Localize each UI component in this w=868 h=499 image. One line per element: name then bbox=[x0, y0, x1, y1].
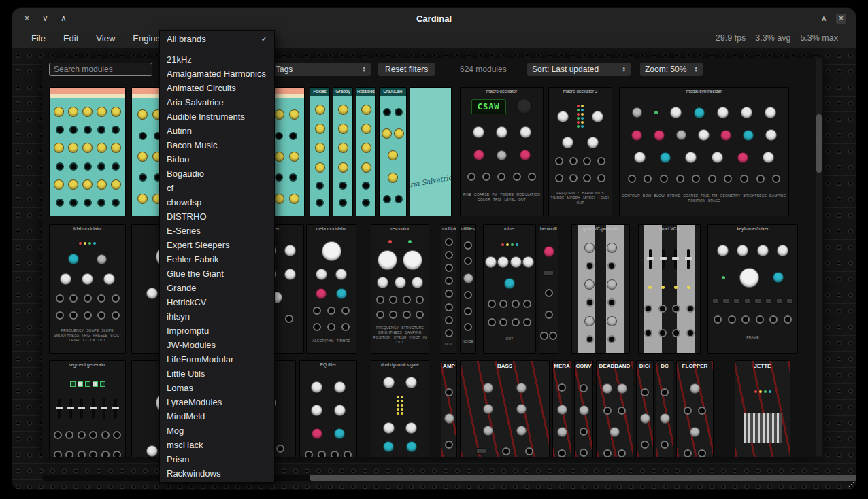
module-eq-filter[interactable]: EQ filterFREQGAIN bbox=[299, 360, 357, 457]
jack bbox=[603, 449, 612, 457]
menu-item-grande[interactable]: Grande bbox=[160, 281, 274, 295]
menu-item-label: Glue the Giant bbox=[167, 266, 224, 281]
browser-vscrollbar[interactable] bbox=[816, 58, 822, 457]
knob bbox=[338, 162, 348, 173]
knob bbox=[557, 405, 567, 415]
module-keyframer-mixer[interactable]: keyframer/mixerFRAME bbox=[707, 224, 798, 354]
menu-item-fehler-fabrik[interactable]: Fehler Fabrik bbox=[160, 252, 274, 266]
menu-item-glue-the-giant[interactable]: Glue the Giant bbox=[160, 266, 274, 281]
module-quad-vc-polarizer[interactable]: quad VC-polarizer bbox=[571, 224, 630, 354]
menu-item-expert-sleepers[interactable]: Expert Sleepers bbox=[160, 238, 274, 252]
module-dc[interactable]: DCCV bbox=[656, 360, 673, 457]
module-conv[interactable]: CONVCV bbox=[574, 360, 593, 457]
menu-item-mindmeld[interactable]: MindMeld bbox=[160, 409, 274, 424]
module-meta-modulator[interactable]: meta modulatorALGORITHMTIMBRE bbox=[306, 224, 356, 354]
menu-item-bogaudio[interactable]: Bogaudio bbox=[160, 167, 274, 181]
control-row bbox=[549, 105, 612, 128]
rollup-icon[interactable]: ∧ bbox=[819, 14, 829, 24]
menu-item-lifeformmodular[interactable]: LifeFormModular bbox=[160, 352, 274, 366]
menu-item-mog[interactable]: Mog bbox=[160, 424, 274, 438]
menu-item-all-brands[interactable]: All brands✓ bbox=[160, 32, 274, 46]
menu-item-prism[interactable]: Prism bbox=[160, 452, 274, 466]
module-undular[interactable]: UnDuLaR bbox=[379, 87, 407, 216]
module-controls: WIDTHGAP bbox=[597, 371, 633, 457]
control-row bbox=[639, 329, 700, 337]
module-bass[interactable]: BASSCUTOFFRESONANCEDECAYENVMODACCENTGATE… bbox=[460, 360, 550, 457]
menu-item-amalgamated-harmonics[interactable]: Amalgamated Harmonics bbox=[160, 67, 274, 81]
menu-item-autinn[interactable]: Autinn bbox=[160, 124, 274, 138]
module-rotatoes[interactable]: Rotatoes bbox=[356, 87, 376, 216]
menu-item-lomas[interactable]: Lomas bbox=[160, 381, 274, 395]
menu-item-jw-modules[interactable]: JW-Modules bbox=[160, 338, 274, 352]
module-panel[interactable]: Aria Salvatrice bbox=[410, 87, 452, 216]
module-deadband[interactable]: DEADBANDWIDTHGAP bbox=[596, 360, 633, 457]
jack bbox=[686, 329, 695, 337]
menu-item-impromptu[interactable]: Impromptu bbox=[160, 324, 274, 338]
module-segment-generator[interactable]: segment generatorTIME/LEVELGATE bbox=[49, 360, 126, 457]
menubar-item-view[interactable]: View bbox=[96, 33, 115, 44]
module-tidal-modulator[interactable]: tidal modulatorFREQUENCYSHAPESLOPESMOOTH… bbox=[49, 224, 126, 354]
close-icon[interactable]: × bbox=[22, 14, 32, 24]
module-macro-oscillator-2[interactable]: macro oscillator 2FREQUENCYHARMONICSTIMB… bbox=[548, 87, 612, 216]
control-row bbox=[553, 449, 571, 457]
module-multiples[interactable]: multiplesOUT bbox=[441, 224, 456, 354]
knob bbox=[338, 143, 348, 153]
menu-item-cf[interactable]: cf bbox=[160, 181, 274, 195]
menubar-item-engine[interactable]: Engine bbox=[133, 33, 160, 44]
module-pokies[interactable]: Pokies bbox=[310, 87, 330, 216]
menu-item-mschack[interactable]: mscHack bbox=[160, 438, 274, 452]
menu-item-label: chowdsp bbox=[167, 195, 201, 209]
sort-select[interactable]: Sort: Last updated ▲▼ bbox=[527, 63, 631, 76]
menubar-item-edit[interactable]: Edit bbox=[63, 33, 78, 44]
menu-item-aria-salvatrice[interactable]: Aria Salvatrice bbox=[160, 95, 274, 109]
menu-item-bidoo[interactable]: Bidoo bbox=[160, 152, 274, 167]
module-digi[interactable]: DIGICV bbox=[636, 360, 654, 457]
module-flopper[interactable]: FLOPPERCV bbox=[676, 360, 714, 457]
menu-item-ihtsyn[interactable]: ihtsyn bbox=[160, 309, 274, 324]
zoom-select[interactable]: Zoom: 50% ▲▼ bbox=[640, 63, 703, 76]
module-amp[interactable]: AMPCVIN bbox=[441, 360, 457, 457]
menu-item-animated-circuits[interactable]: Animated Circuits bbox=[160, 81, 274, 95]
module-resonator[interactable]: resonatorFREQUENCYSTRUCTUREBRIGHTNESSDAM… bbox=[371, 224, 429, 354]
hscrollbar-thumb[interactable] bbox=[310, 475, 856, 481]
menu-item-distrho[interactable]: DISTRHO bbox=[160, 209, 274, 224]
vscrollbar-thumb[interactable] bbox=[816, 114, 822, 173]
shade-icon[interactable]: ∨ bbox=[40, 14, 50, 24]
knob bbox=[412, 277, 423, 288]
jack bbox=[383, 108, 391, 116]
search-input[interactable] bbox=[49, 63, 152, 76]
control-row bbox=[461, 447, 549, 455]
menu-item-hetrickcv[interactable]: HetrickCV bbox=[160, 295, 274, 309]
menubar: FileEditViewEngineHelp 29.9 fps3.3% avg5… bbox=[12, 29, 856, 48]
menu-item-chowdsp[interactable]: chowdsp bbox=[160, 195, 274, 209]
jack bbox=[403, 296, 411, 304]
control-row bbox=[677, 449, 713, 457]
menu-item-lyraemodules[interactable]: LyraeModules bbox=[160, 395, 274, 409]
menu-item-e-series[interactable]: E-Series bbox=[160, 224, 274, 238]
menu-item-audible-instruments[interactable]: Audible Instruments bbox=[160, 109, 274, 124]
menubar-item-file[interactable]: File bbox=[31, 33, 46, 44]
module-bernoulli-gate[interactable]: bernoulli gate bbox=[539, 224, 558, 354]
module-grabby[interactable]: Grabby bbox=[333, 87, 353, 216]
module-panel[interactable] bbox=[49, 87, 126, 216]
reset-filters-button[interactable]: Reset filters bbox=[378, 63, 435, 76]
unshade-icon[interactable]: ∧ bbox=[59, 14, 69, 24]
module-modal-synthesizer[interactable]: modal synthesizerCONTOURBOWBLOWSTRIKECOA… bbox=[619, 87, 789, 216]
menu-item-rackwindows[interactable]: Rackwindows bbox=[160, 466, 274, 481]
menu-item-21khz[interactable]: 21kHz bbox=[160, 52, 274, 67]
control-row bbox=[50, 398, 125, 419]
module-utilities[interactable]: utilitiesNOISE bbox=[460, 224, 476, 354]
module-dual-dynamics-gate[interactable]: dual dynamics gateSHAPEMODEXCITEIN bbox=[371, 360, 429, 457]
knob bbox=[654, 130, 665, 141]
control-row bbox=[356, 105, 375, 115]
brand-filter-select[interactable]: Tags ▲▼ bbox=[271, 63, 371, 76]
module-jette[interactable]: JETTE bbox=[735, 360, 790, 457]
close-icon[interactable]: × bbox=[836, 14, 846, 24]
module-quad-vca[interactable]: quad VCA bbox=[638, 224, 701, 354]
led-row bbox=[501, 243, 518, 246]
menu-item-bacon-music[interactable]: Bacon Music bbox=[160, 138, 274, 152]
menu-item-little-utils[interactable]: Little Utils bbox=[160, 366, 274, 381]
module-macro-oscillator[interactable]: macro oscillatorCSAWFINECOARSEFMTIMBREMO… bbox=[460, 87, 544, 216]
module-mera[interactable]: MERACV bbox=[552, 360, 571, 457]
module-mixer[interactable]: mixerOUT bbox=[483, 224, 536, 354]
